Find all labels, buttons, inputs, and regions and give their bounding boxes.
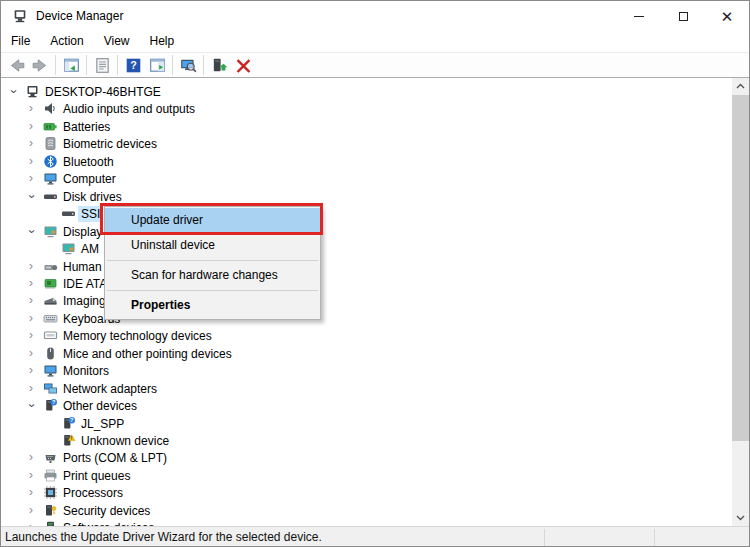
tree-item-label[interactable]: Network adapters [60,381,160,397]
tree-item-label[interactable]: Audio inputs and outputs [60,101,198,117]
expand-chevron-icon[interactable]: › [25,170,37,187]
tree-item-security-devices[interactable]: ›Security devices [1,502,733,520]
chevron-up-icon [735,81,746,92]
tree-item-label[interactable]: Computer [60,171,119,187]
tree-item-label[interactable]: Mice and other pointing devices [60,346,235,362]
tree-item-software-devices[interactable]: ›Software devices [1,519,733,526]
tree-item-label[interactable]: AM [78,241,102,257]
expand-chevron-icon[interactable]: › [25,449,37,466]
tree-item-network-adapters[interactable]: ›Network adapters [1,380,733,398]
scroll-down-button[interactable] [732,509,749,526]
expand-chevron-icon[interactable]: › [25,345,37,362]
printer-icon [43,468,58,483]
tree-item-jl-spp[interactable]: ?JL_SPP [1,415,733,433]
menu-view[interactable]: View [94,31,140,52]
context-menu: Update driverUninstall deviceScan for ha… [104,206,321,320]
menu-action[interactable]: Action [40,31,93,52]
expand-chevron-icon[interactable]: › [25,484,37,501]
expand-chevron-icon[interactable]: › [25,292,37,309]
tree-item-label[interactable]: Memory technology devices [60,328,215,344]
tree-item-unknown-device[interactable]: !Unknown device [1,432,733,450]
tree-item-other-devices[interactable]: ›?Other devices [1,397,733,415]
forward-arrow-button[interactable] [28,54,52,76]
expand-chevron-icon[interactable]: › [25,380,37,397]
expand-chevron-icon[interactable]: › [25,519,37,526]
bluetooth-icon [43,154,58,169]
tree-item-label[interactable]: SSI [78,206,103,222]
expand-chevron-icon[interactable]: › [25,467,37,484]
context-menu-item-scan-for-hardware-changes[interactable]: Scan for hardware changes [105,263,320,288]
tree-item-biometric-devices[interactable]: ›Biometric devices [1,135,733,153]
expand-chevron-icon[interactable]: › [25,362,37,379]
security-icon [43,503,58,518]
scan-hardware-button[interactable] [176,54,200,76]
tree-item-audio-inputs-and-outputs[interactable]: ›Audio inputs and outputs [1,100,733,118]
help-button[interactable]: ? [121,54,145,76]
tree-item-desktop-46bhtge[interactable]: ›DESKTOP-46BHTGE [1,83,733,101]
expand-chevron-icon[interactable]: › [25,258,37,275]
scrollbar-thumb[interactable] [732,95,749,441]
collapse-chevron-icon[interactable]: › [5,86,22,98]
monitor-icon [43,171,58,186]
tree-item-batteries[interactable]: ›Batteries [1,118,733,136]
menu-bar: FileActionViewHelp [1,31,749,52]
disk-icon [43,189,58,204]
tree-item-label[interactable]: Other devices [60,398,140,414]
context-menu-item-uninstall-device[interactable]: Uninstall device [105,233,320,258]
tree-item-label[interactable]: Processors [60,485,126,501]
context-menu-item-properties[interactable]: Properties [105,293,320,318]
tree-item-label[interactable]: Ports (COM & LPT) [60,450,170,466]
back-arrow-button[interactable] [4,54,28,76]
tree-item-bluetooth[interactable]: ›Bluetooth [1,153,733,171]
tree-item-label[interactable]: Disk drives [60,189,125,205]
expand-chevron-icon[interactable]: › [25,135,37,152]
tree-item-computer[interactable]: ›Computer [1,170,733,188]
context-menu-separator [107,260,318,261]
expand-chevron-icon[interactable]: › [25,275,37,292]
tree-item-mice-and-other-pointing-devices[interactable]: ›Mice and other pointing devices [1,345,733,363]
tree-item-label[interactable]: Biometric devices [60,136,160,152]
context-menu-item-update-driver[interactable]: Update driver [105,208,320,233]
tree-item-label[interactable]: Bluetooth [60,154,117,170]
tree-item-label[interactable]: Security devices [60,503,153,519]
tree-item-label[interactable]: JL_SPP [78,416,127,432]
tree-item-print-queues[interactable]: ›Print queues [1,467,733,485]
minimize-button[interactable] [617,1,661,31]
action-pane-button[interactable] [145,54,169,76]
expand-chevron-icon[interactable]: › [25,502,37,519]
tree-item-ports-com-lpt[interactable]: ›Ports (COM & LPT) [1,449,733,467]
tree-item-disk-drives[interactable]: ›Disk drives [1,188,733,206]
expand-chevron-icon[interactable]: › [25,118,37,135]
update-driver-icon [211,57,228,74]
maximize-icon [679,12,688,21]
uninstall-device-button[interactable] [231,54,255,76]
tree-item-label[interactable]: Print queues [60,468,133,484]
disk-icon [61,206,76,221]
collapse-chevron-icon[interactable]: › [23,400,40,412]
tree-item-monitors[interactable]: ›Monitors [1,362,733,380]
tree-item-label[interactable]: Unknown device [78,433,172,449]
tree-item-label[interactable]: Batteries [60,119,113,135]
tree-item-processors[interactable]: ›Processors [1,484,733,502]
expand-chevron-icon[interactable]: › [25,310,37,327]
collapse-chevron-icon[interactable]: › [23,190,40,202]
expand-chevron-icon[interactable]: › [25,327,37,344]
menu-help[interactable]: Help [140,31,185,52]
expand-chevron-icon[interactable]: › [25,100,37,117]
toolbar-separator [172,55,173,75]
context-menu-separator [107,290,318,291]
maximize-button[interactable] [661,1,705,31]
tree-item-label[interactable]: Monitors [60,363,112,379]
update-driver-button[interactable] [207,54,231,76]
close-button[interactable]: ✕ [705,1,749,31]
menu-file[interactable]: File [1,31,40,52]
collapse-chevron-icon[interactable]: › [23,225,40,237]
tree-item-label[interactable]: DESKTOP-46BHTGE [42,84,164,100]
scroll-up-button[interactable] [732,78,749,95]
tree-item-memory-technology-devices[interactable]: ›Memory technology devices [1,327,733,345]
device-manager-icon [12,8,28,24]
properties-button[interactable] [90,54,114,76]
expand-chevron-icon[interactable]: › [25,153,37,170]
vertical-scrollbar[interactable] [732,78,749,526]
console-tree-button[interactable] [59,54,83,76]
